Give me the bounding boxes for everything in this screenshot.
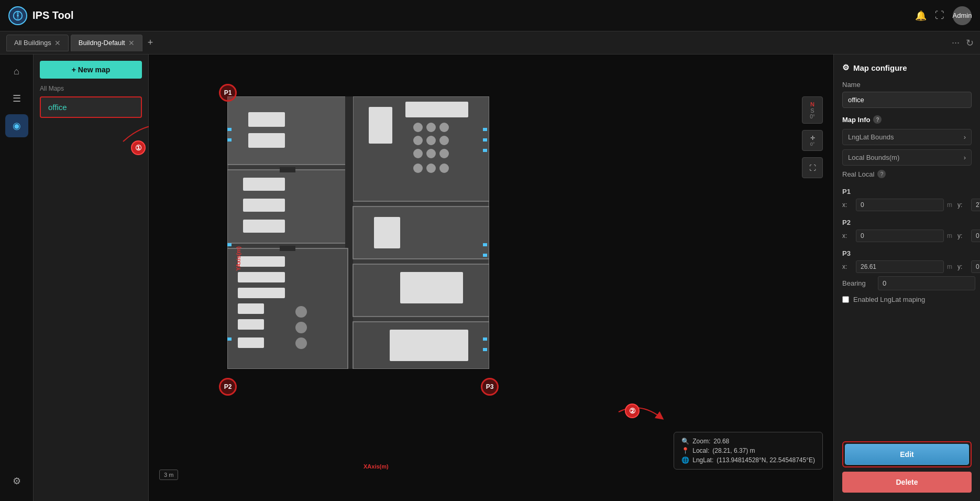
- lnglat-mapping-checkbox[interactable]: [842, 296, 849, 303]
- header-actions: 🔔 ⛶ Admin: [915, 6, 972, 25]
- lnglat-label: LngLat:: [692, 456, 713, 464]
- delete-button[interactable]: Delete: [842, 472, 972, 493]
- local-bounds-label: Local Bounds(m): [848, 154, 899, 161]
- bearing-input[interactable]: [878, 276, 975, 290]
- left-panel: + New map All Maps office ①: [34, 55, 149, 501]
- move-control[interactable]: ✛ 0°: [802, 130, 823, 151]
- svg-rect-12: [439, 123, 449, 132]
- panel-title: Map configure: [853, 63, 907, 72]
- svg-rect-4: [227, 96, 348, 165]
- compass-control[interactable]: N S 0°: [802, 96, 823, 124]
- svg-rect-33: [238, 337, 264, 348]
- svg-rect-54: [280, 167, 295, 172]
- name-section-label: Name: [842, 81, 972, 89]
- local-value: (28.21, 6.37) m: [712, 447, 755, 454]
- sidebar-item-list[interactable]: ☰: [5, 87, 28, 110]
- refresh-icon[interactable]: ↻: [966, 37, 974, 49]
- svg-rect-49: [483, 348, 487, 351]
- right-panel: ⚙ Map configure Name Map Info ? LngLat B…: [833, 55, 980, 501]
- lnglat-value: (113.94814528°N, 22.54548745°E): [717, 456, 815, 464]
- p2-label: P2: [842, 219, 972, 226]
- tab-close-icon[interactable]: ✕: [54, 39, 61, 47]
- list-icon: ☰: [13, 93, 21, 104]
- p2-marker: P2: [219, 378, 237, 396]
- svg-rect-13: [413, 136, 423, 145]
- real-local-help-icon[interactable]: ?: [877, 170, 886, 178]
- sidebar-item-home[interactable]: ⌂: [5, 60, 28, 83]
- lnglat-mapping-label: Enabled LngLat maping: [853, 296, 925, 303]
- more-options-icon[interactable]: ···: [952, 37, 960, 49]
- p1-marker: P1: [219, 84, 237, 102]
- map-info-help-icon[interactable]: ?: [873, 115, 882, 124]
- p2-x-input[interactable]: [856, 230, 944, 242]
- tab-close-icon[interactable]: ✕: [128, 39, 135, 47]
- notification-icon[interactable]: 🔔: [915, 10, 927, 21]
- name-input[interactable]: [842, 92, 972, 108]
- sidebar-item-map[interactable]: ◉: [5, 114, 28, 137]
- p3-y-input[interactable]: [971, 260, 980, 273]
- svg-rect-6: [248, 133, 285, 148]
- svg-rect-14: [426, 136, 436, 145]
- svg-rect-50: [227, 128, 232, 131]
- svg-rect-55: [280, 246, 295, 251]
- map-list-item-office[interactable]: office: [40, 96, 142, 118]
- p1-y-label: y:: [957, 201, 968, 209]
- svg-rect-28: [238, 256, 285, 267]
- map-info-label: Map Info: [842, 116, 870, 124]
- sidebar-item-settings[interactable]: ⚙: [5, 470, 28, 493]
- tab-add-button[interactable]: +: [145, 37, 157, 48]
- svg-rect-30: [238, 288, 285, 298]
- avatar[interactable]: Admin: [953, 6, 972, 25]
- svg-rect-47: [483, 254, 487, 257]
- annotation-circle-2: ②: [625, 404, 640, 418]
- tab-all-buildings[interactable]: All Buildings ✕: [6, 35, 69, 51]
- lnglat-icon: 🌐: [681, 456, 689, 464]
- svg-rect-36: [295, 337, 307, 349]
- svg-rect-16: [413, 149, 423, 158]
- header: IPS Tool 🔔 ⛶ Admin: [0, 0, 980, 31]
- lnglat-bounds-row[interactable]: LngLat Bounds ›: [842, 129, 972, 145]
- info-overlay: 🔍 Zoom: 20.68 📍 Local: (28.21, 6.37) m 🌐…: [674, 432, 823, 470]
- home-icon: ⌂: [14, 66, 19, 77]
- svg-rect-37: [353, 206, 489, 259]
- app-title: IPS Tool: [32, 9, 74, 21]
- svg-point-1: [17, 15, 19, 17]
- all-maps-label: All Maps: [40, 85, 142, 92]
- local-bounds-row[interactable]: Local Bounds(m) ›: [842, 149, 972, 166]
- svg-rect-48: [483, 337, 487, 341]
- svg-rect-25: [243, 220, 285, 233]
- lnglat-mapping-row: Enabled LngLat maping: [842, 296, 972, 303]
- tabbar: All Buildings ✕ Buildng-Default ✕ + ··· …: [0, 31, 980, 55]
- edit-button[interactable]: Edit: [845, 444, 969, 465]
- p2-coords: x: m y: m: [842, 230, 972, 242]
- x-axis-label: XAxis(m): [364, 463, 389, 470]
- fullscreen-icon[interactable]: ⛶: [935, 10, 944, 21]
- p2-y-label: y:: [957, 232, 968, 239]
- new-map-button[interactable]: + New map: [40, 61, 142, 79]
- svg-rect-44: [483, 138, 487, 141]
- edit-button-wrapper: Edit: [842, 441, 972, 467]
- p1-x-input[interactable]: [856, 199, 944, 211]
- p3-coords: x: m y: m: [842, 260, 972, 273]
- p1-y-input[interactable]: [971, 199, 980, 211]
- svg-rect-24: [243, 199, 285, 212]
- fullscreen-control[interactable]: ⛶: [802, 157, 823, 178]
- bearing-label: Bearing: [842, 279, 874, 287]
- p2-y-input[interactable]: [971, 230, 980, 242]
- local-icon: 📍: [681, 447, 689, 454]
- svg-rect-21: [439, 164, 449, 173]
- p3-x-input[interactable]: [856, 260, 944, 273]
- map-controls: N S 0° ✛ 0° ⛶: [802, 96, 823, 178]
- svg-rect-35: [295, 322, 307, 333]
- svg-rect-11: [426, 123, 436, 132]
- fullscreen-icon: ⛶: [809, 164, 816, 172]
- svg-rect-17: [426, 149, 436, 158]
- tab-building-default[interactable]: Buildng-Default ✕: [71, 35, 142, 51]
- sidebar-bottom: ⚙: [5, 470, 28, 501]
- p3-label: P3: [842, 249, 972, 257]
- map-area[interactable]: P1 P2 P3 XAxis(m) YAxis(m) N S 0° ✛ 0° ⛶: [149, 55, 833, 501]
- svg-rect-19: [413, 164, 423, 173]
- svg-rect-38: [374, 217, 400, 248]
- tab-label: All Buildings: [14, 39, 51, 47]
- map-pin-icon: ◉: [13, 120, 21, 132]
